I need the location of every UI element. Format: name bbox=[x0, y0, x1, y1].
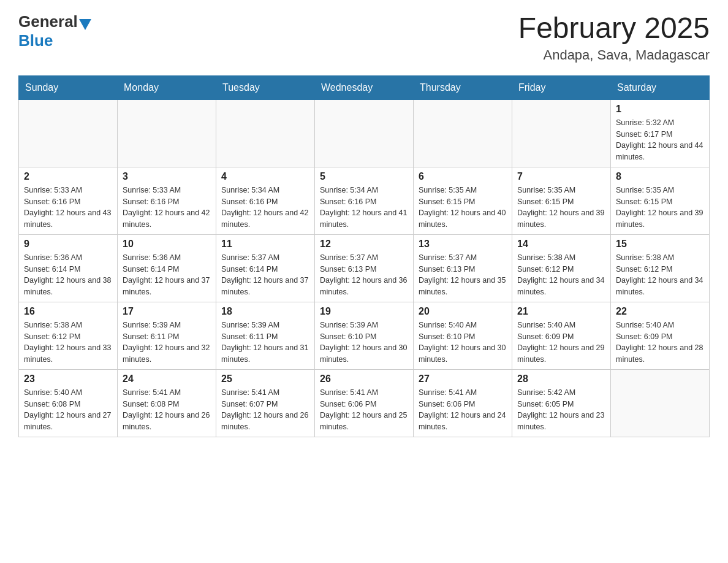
day-number: 7 bbox=[517, 171, 605, 182]
calendar-cell: 10Sunrise: 5:36 AMSunset: 6:14 PMDayligh… bbox=[118, 234, 216, 302]
calendar-cell: 21Sunrise: 5:40 AMSunset: 6:09 PMDayligh… bbox=[512, 302, 611, 369]
calendar-cell: 17Sunrise: 5:39 AMSunset: 6:11 PMDayligh… bbox=[118, 302, 216, 369]
day-number: 3 bbox=[123, 171, 211, 182]
calendar-cell: 1Sunrise: 5:32 AMSunset: 6:17 PMDaylight… bbox=[611, 99, 710, 167]
day-number: 19 bbox=[320, 306, 408, 317]
calendar-cell: 24Sunrise: 5:41 AMSunset: 6:08 PMDayligh… bbox=[118, 369, 216, 437]
day-number: 5 bbox=[320, 171, 408, 182]
logo-blue-text: Blue bbox=[18, 31, 53, 50]
day-info: Sunrise: 5:40 AMSunset: 6:09 PMDaylight:… bbox=[517, 320, 605, 366]
day-number: 11 bbox=[221, 239, 309, 250]
day-number: 25 bbox=[221, 373, 309, 385]
day-number: 27 bbox=[419, 373, 507, 385]
calendar-cell: 20Sunrise: 5:40 AMSunset: 6:10 PMDayligh… bbox=[414, 302, 512, 369]
calendar-cell: 11Sunrise: 5:37 AMSunset: 6:14 PMDayligh… bbox=[216, 234, 315, 302]
day-number: 26 bbox=[320, 373, 408, 385]
calendar-week-4: 16Sunrise: 5:38 AMSunset: 6:12 PMDayligh… bbox=[19, 302, 710, 369]
day-number: 12 bbox=[320, 239, 408, 250]
day-info: Sunrise: 5:36 AMSunset: 6:14 PMDaylight:… bbox=[24, 252, 112, 298]
calendar-cell: 4Sunrise: 5:34 AMSunset: 6:16 PMDaylight… bbox=[216, 167, 315, 234]
calendar-cell bbox=[19, 99, 118, 167]
day-number: 6 bbox=[419, 171, 507, 182]
day-info: Sunrise: 5:41 AMSunset: 6:08 PMDaylight:… bbox=[123, 387, 211, 433]
day-info: Sunrise: 5:35 AMSunset: 6:15 PMDaylight:… bbox=[616, 185, 704, 231]
calendar-cell: 2Sunrise: 5:33 AMSunset: 6:16 PMDaylight… bbox=[19, 167, 118, 234]
day-info: Sunrise: 5:38 AMSunset: 6:12 PMDaylight:… bbox=[616, 252, 704, 298]
calendar-body: 1Sunrise: 5:32 AMSunset: 6:17 PMDaylight… bbox=[19, 99, 710, 437]
day-number: 28 bbox=[517, 373, 605, 385]
calendar-table: SundayMondayTuesdayWednesdayThursdayFrid… bbox=[18, 75, 710, 437]
day-header-monday: Monday bbox=[118, 75, 216, 99]
day-info: Sunrise: 5:35 AMSunset: 6:15 PMDaylight:… bbox=[419, 185, 507, 231]
logo: General Blue bbox=[18, 12, 93, 50]
calendar-cell: 7Sunrise: 5:35 AMSunset: 6:15 PMDaylight… bbox=[512, 167, 611, 234]
day-number: 18 bbox=[221, 306, 309, 317]
calendar-week-1: 1Sunrise: 5:32 AMSunset: 6:17 PMDaylight… bbox=[19, 99, 710, 167]
calendar-cell: 19Sunrise: 5:39 AMSunset: 6:10 PMDayligh… bbox=[315, 302, 414, 369]
day-info: Sunrise: 5:35 AMSunset: 6:15 PMDaylight:… bbox=[517, 185, 605, 231]
day-number: 1 bbox=[616, 104, 704, 115]
day-header-friday: Friday bbox=[512, 75, 611, 99]
day-info: Sunrise: 5:38 AMSunset: 6:12 PMDaylight:… bbox=[517, 252, 605, 298]
calendar-cell: 26Sunrise: 5:41 AMSunset: 6:06 PMDayligh… bbox=[315, 369, 414, 437]
calendar-cell: 13Sunrise: 5:37 AMSunset: 6:13 PMDayligh… bbox=[414, 234, 512, 302]
day-header-sunday: Sunday bbox=[19, 75, 118, 99]
calendar-cell: 9Sunrise: 5:36 AMSunset: 6:14 PMDaylight… bbox=[19, 234, 118, 302]
day-info: Sunrise: 5:33 AMSunset: 6:16 PMDaylight:… bbox=[24, 185, 112, 231]
calendar-week-2: 2Sunrise: 5:33 AMSunset: 6:16 PMDaylight… bbox=[19, 167, 710, 234]
calendar-cell: 16Sunrise: 5:38 AMSunset: 6:12 PMDayligh… bbox=[19, 302, 118, 369]
calendar-cell: 18Sunrise: 5:39 AMSunset: 6:11 PMDayligh… bbox=[216, 302, 315, 369]
title-block: February 2025 Andapa, Sava, Madagascar bbox=[518, 12, 710, 63]
calendar-cell: 8Sunrise: 5:35 AMSunset: 6:15 PMDaylight… bbox=[611, 167, 710, 234]
day-number: 24 bbox=[123, 373, 211, 385]
calendar-cell: 22Sunrise: 5:40 AMSunset: 6:09 PMDayligh… bbox=[611, 302, 710, 369]
calendar-week-3: 9Sunrise: 5:36 AMSunset: 6:14 PMDaylight… bbox=[19, 234, 710, 302]
calendar-cell: 6Sunrise: 5:35 AMSunset: 6:15 PMDaylight… bbox=[414, 167, 512, 234]
day-number: 20 bbox=[419, 306, 507, 317]
logo-triangle-icon bbox=[79, 19, 91, 30]
day-number: 8 bbox=[616, 171, 704, 182]
day-number: 2 bbox=[24, 171, 112, 182]
calendar-cell: 12Sunrise: 5:37 AMSunset: 6:13 PMDayligh… bbox=[315, 234, 414, 302]
day-number: 22 bbox=[616, 306, 704, 317]
calendar-cell: 3Sunrise: 5:33 AMSunset: 6:16 PMDaylight… bbox=[118, 167, 216, 234]
day-number: 14 bbox=[517, 239, 605, 250]
day-number: 9 bbox=[24, 239, 112, 250]
day-number: 13 bbox=[419, 239, 507, 250]
calendar-cell: 15Sunrise: 5:38 AMSunset: 6:12 PMDayligh… bbox=[611, 234, 710, 302]
day-info: Sunrise: 5:37 AMSunset: 6:14 PMDaylight:… bbox=[221, 252, 309, 298]
day-info: Sunrise: 5:34 AMSunset: 6:16 PMDaylight:… bbox=[320, 185, 408, 231]
day-info: Sunrise: 5:37 AMSunset: 6:13 PMDaylight:… bbox=[419, 252, 507, 298]
day-number: 10 bbox=[123, 239, 211, 250]
day-info: Sunrise: 5:38 AMSunset: 6:12 PMDaylight:… bbox=[24, 320, 112, 366]
day-number: 21 bbox=[517, 306, 605, 317]
day-number: 4 bbox=[221, 171, 309, 182]
calendar-cell: 28Sunrise: 5:42 AMSunset: 6:05 PMDayligh… bbox=[512, 369, 611, 437]
day-number: 23 bbox=[24, 373, 112, 385]
day-info: Sunrise: 5:34 AMSunset: 6:16 PMDaylight:… bbox=[221, 185, 309, 231]
day-header-wednesday: Wednesday bbox=[315, 75, 414, 99]
calendar-week-5: 23Sunrise: 5:40 AMSunset: 6:08 PMDayligh… bbox=[19, 369, 710, 437]
calendar-cell bbox=[216, 99, 315, 167]
calendar-title: February 2025 bbox=[518, 12, 710, 45]
day-header-tuesday: Tuesday bbox=[216, 75, 315, 99]
day-header-saturday: Saturday bbox=[611, 75, 710, 99]
page-header: General Blue February 2025 Andapa, Sava,… bbox=[18, 12, 710, 63]
calendar-cell: 14Sunrise: 5:38 AMSunset: 6:12 PMDayligh… bbox=[512, 234, 611, 302]
day-info: Sunrise: 5:41 AMSunset: 6:06 PMDaylight:… bbox=[320, 387, 408, 433]
calendar-cell bbox=[611, 369, 710, 437]
calendar-cell bbox=[512, 99, 611, 167]
calendar-cell: 5Sunrise: 5:34 AMSunset: 6:16 PMDaylight… bbox=[315, 167, 414, 234]
day-header-thursday: Thursday bbox=[414, 75, 512, 99]
logo-general-text: General bbox=[18, 12, 78, 31]
calendar-cell bbox=[118, 99, 216, 167]
calendar-cell: 25Sunrise: 5:41 AMSunset: 6:07 PMDayligh… bbox=[216, 369, 315, 437]
day-info: Sunrise: 5:39 AMSunset: 6:11 PMDaylight:… bbox=[221, 320, 309, 366]
day-info: Sunrise: 5:40 AMSunset: 6:10 PMDaylight:… bbox=[419, 320, 507, 366]
day-info: Sunrise: 5:41 AMSunset: 6:07 PMDaylight:… bbox=[221, 387, 309, 433]
day-info: Sunrise: 5:36 AMSunset: 6:14 PMDaylight:… bbox=[123, 252, 211, 298]
day-number: 16 bbox=[24, 306, 112, 317]
day-info: Sunrise: 5:42 AMSunset: 6:05 PMDaylight:… bbox=[517, 387, 605, 433]
day-info: Sunrise: 5:39 AMSunset: 6:11 PMDaylight:… bbox=[123, 320, 211, 366]
day-info: Sunrise: 5:40 AMSunset: 6:09 PMDaylight:… bbox=[616, 320, 704, 366]
